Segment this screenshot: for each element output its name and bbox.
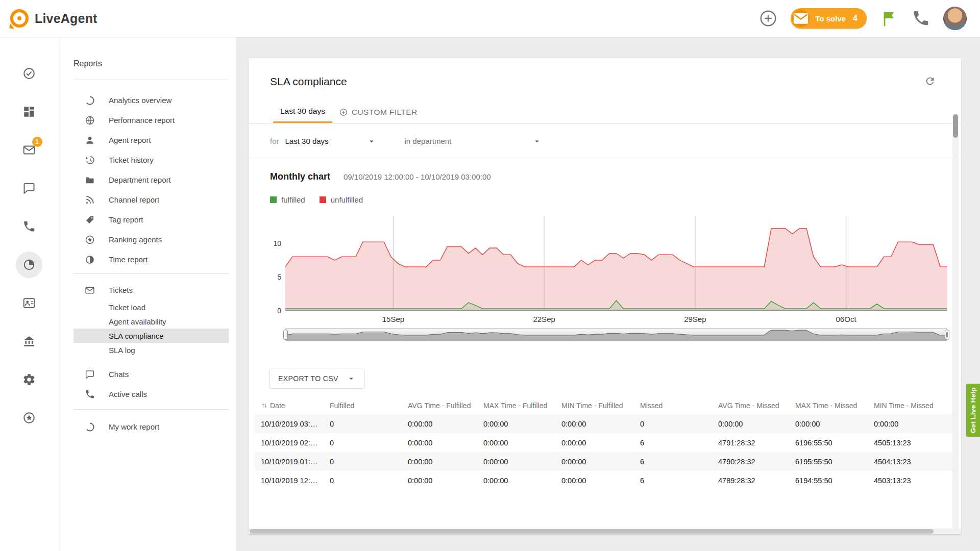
sidebar-item-label: Channel report bbox=[109, 195, 159, 204]
topbar-actions: To solve 4 bbox=[759, 7, 967, 30]
to-solve-button[interactable]: To solve 4 bbox=[791, 8, 867, 29]
sidebar-item-my-work-report[interactable]: My work report bbox=[74, 417, 229, 437]
rail-item-chats[interactable] bbox=[15, 169, 43, 207]
range-select-value: Last 30 days bbox=[285, 137, 329, 145]
cell: 4505:13:23 bbox=[868, 433, 955, 452]
sidebar-item-chats[interactable]: Chats bbox=[74, 364, 229, 384]
cell-date: 10/10/2019 12:00:00 bbox=[255, 471, 324, 490]
flag-icon[interactable] bbox=[880, 9, 898, 28]
sidebar-item-department-report[interactable]: Department report bbox=[74, 170, 229, 190]
sidebar-item-active-calls[interactable]: Active calls bbox=[74, 384, 229, 404]
cell: 4504:13:23 bbox=[868, 452, 955, 471]
sidebar-item-label: Ranking agents bbox=[109, 235, 162, 244]
get-live-help-button[interactable]: Get Live Help bbox=[966, 384, 980, 437]
get-live-help-label: Get Live Help bbox=[969, 387, 977, 433]
rail-item-calls[interactable] bbox=[15, 207, 43, 245]
rail-item-tickets[interactable]: 1 bbox=[15, 131, 43, 169]
divider bbox=[74, 409, 229, 410]
cell: 0:00:00 bbox=[477, 414, 555, 433]
sidebar-item-ranking-agents[interactable]: Ranking agents bbox=[74, 230, 229, 249]
sidebar-item-agent-report[interactable]: Agent report bbox=[74, 130, 229, 150]
rail-item-contacts[interactable] bbox=[15, 284, 43, 322]
rail-item-settings[interactable] bbox=[15, 360, 43, 398]
sidebar-item-label: Agent report bbox=[109, 136, 151, 144]
rail-item-tasks[interactable] bbox=[15, 54, 43, 92]
sidebar-item-performance-report[interactable]: Performance report bbox=[74, 110, 229, 130]
sidebar-title: Reports bbox=[74, 59, 229, 68]
vertical-scrollbar[interactable] bbox=[952, 114, 959, 534]
phone-icon[interactable] bbox=[912, 9, 930, 28]
column-header-min-missed[interactable]: MIN Time - Missed bbox=[868, 397, 955, 414]
tab-last-30-days[interactable]: Last 30 days bbox=[273, 101, 332, 123]
history-icon bbox=[85, 155, 95, 165]
sidebar-item-label: Time report bbox=[109, 255, 148, 264]
chart-range-navigator[interactable] bbox=[285, 328, 947, 341]
range-select[interactable]: Last 30 days bbox=[285, 137, 376, 146]
add-button[interactable] bbox=[759, 9, 777, 28]
column-header-max-missed[interactable]: MAX Time - Missed bbox=[789, 397, 868, 414]
cell: 0:00:00 bbox=[402, 452, 477, 471]
y-tick-label: 10 bbox=[273, 239, 281, 247]
rail-item-company[interactable] bbox=[15, 322, 43, 360]
tab-label: Last 30 days bbox=[280, 107, 325, 116]
brand: LiveAgent bbox=[9, 8, 97, 29]
sidebar-item-tag-report[interactable]: Tag report bbox=[74, 210, 229, 230]
sidebar-item-analytics-overview[interactable]: Analytics overview bbox=[74, 90, 229, 110]
cell: 4503:13:23 bbox=[868, 471, 955, 490]
refresh-icon[interactable] bbox=[924, 76, 936, 87]
x-tick-label: 06Oct bbox=[836, 315, 856, 323]
column-header-date[interactable]: Date bbox=[255, 397, 324, 414]
cell: 6196:55:50 bbox=[789, 433, 868, 452]
loader-icon bbox=[85, 422, 95, 432]
table-row[interactable]: 10/10/2019 12:00:00 0 0:00:00 0:00:00 0:… bbox=[255, 471, 955, 490]
column-header-avg-missed[interactable]: AVG Time - Missed bbox=[712, 397, 789, 414]
horizontal-scrollbar[interactable] bbox=[249, 529, 961, 534]
sidebar-item-label: Tag report bbox=[109, 215, 143, 224]
sla-chart[interactable] bbox=[285, 216, 947, 311]
tab-custom-filter[interactable]: CUSTOM FILTER bbox=[332, 101, 425, 123]
main-content: SLA compliance Last 30 days CUSTOM FILTE… bbox=[236, 37, 980, 551]
export-to-csv-button[interactable]: EXPORT TO CSV bbox=[270, 369, 364, 388]
rail-item-starred[interactable] bbox=[15, 398, 43, 437]
table-row[interactable]: 10/10/2019 02:00:00 0 0:00:00 0:00:00 0:… bbox=[255, 433, 955, 452]
sidebar-subitem-label: Agent availability bbox=[109, 317, 166, 326]
sidebar-subitem-sla-log[interactable]: SLA log bbox=[74, 343, 229, 357]
avatar[interactable] bbox=[943, 7, 967, 30]
chevron-down-icon bbox=[367, 137, 376, 146]
sidebar-subitem-ticket-load[interactable]: Ticket load bbox=[74, 300, 229, 314]
column-header-avg-fulfilled[interactable]: AVG Time - Fulfilled bbox=[402, 397, 477, 414]
sidebar-item-ticket-history[interactable]: Ticket history bbox=[74, 150, 229, 170]
sidebar-subitem-sla-compliance[interactable]: SLA compliance bbox=[74, 329, 229, 343]
horizontal-scrollbar-thumb[interactable] bbox=[250, 529, 934, 534]
column-header-missed[interactable]: Missed bbox=[634, 397, 712, 414]
table-row[interactable]: 10/10/2019 03:00:00 0 0:00:00 0:00:00 0:… bbox=[255, 414, 955, 433]
column-header-max-fulfilled[interactable]: MAX Time - Fulfilled bbox=[477, 397, 555, 414]
sidebar-item-channel-report[interactable]: Channel report bbox=[74, 190, 229, 210]
to-solve-count: 4 bbox=[853, 14, 857, 23]
cell: 0:00:00 bbox=[402, 414, 477, 433]
department-select[interactable]: in department bbox=[405, 137, 542, 146]
contrast-icon bbox=[85, 255, 95, 265]
chart-date-range: 09/10/2019 12:00:00 - 10/10/2019 03:00:0… bbox=[344, 172, 491, 181]
rail-item-reports[interactable] bbox=[15, 245, 43, 284]
column-header-min-fulfilled[interactable]: MIN Time - Fulfilled bbox=[555, 397, 634, 414]
rail-item-dashboard[interactable] bbox=[15, 92, 43, 131]
table-row[interactable]: 10/10/2019 01:00:00 0 0:00:00 0:00:00 0:… bbox=[255, 452, 955, 471]
page-title: SLA compliance bbox=[270, 76, 347, 88]
navigator-left-handle[interactable] bbox=[283, 330, 288, 340]
sidebar-item-time-report[interactable]: Time report bbox=[74, 249, 229, 269]
sla-table: Date Fulfilled AVG Time - Fulfilled MAX … bbox=[255, 397, 955, 490]
column-header-fulfilled[interactable]: Fulfilled bbox=[324, 397, 402, 414]
legend-unfulfilled[interactable]: unfulfilled bbox=[320, 195, 363, 204]
cell: 0 bbox=[634, 414, 712, 433]
navigator-right-handle[interactable] bbox=[945, 330, 949, 340]
cell: 0:00:00 bbox=[789, 414, 868, 433]
cell: 4790:28:32 bbox=[712, 452, 789, 471]
sidebar-subitem-agent-availability[interactable]: Agent availability bbox=[74, 314, 229, 329]
cell: 6 bbox=[634, 471, 712, 490]
legend-fulfilled[interactable]: fulfilled bbox=[270, 195, 305, 204]
tab-label: CUSTOM FILTER bbox=[352, 108, 418, 117]
vertical-scrollbar-thumb[interactable] bbox=[953, 114, 958, 138]
x-tick-label: 15Sep bbox=[382, 315, 404, 323]
sidebar-item-tickets[interactable]: Tickets bbox=[74, 280, 229, 300]
